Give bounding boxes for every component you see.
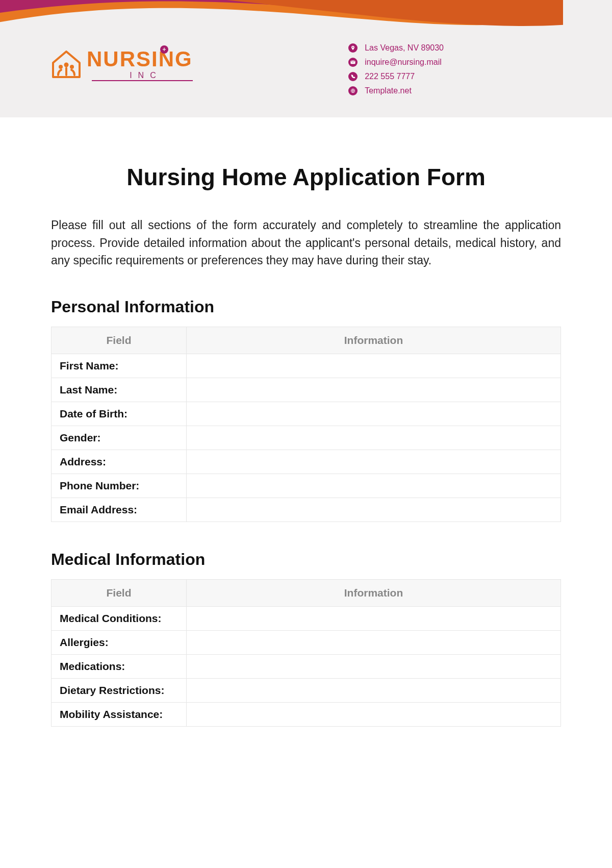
svg-point-2 [70,65,74,69]
medical-info-table: Field Information Medical Conditions:All… [51,579,561,727]
plus-icon: + [160,45,168,54]
contact-address-row: Las Vegas, NV 89030 [348,43,444,53]
field-input-cell [187,450,561,474]
field-label: Medications: [52,654,187,678]
field-input-cell [187,678,561,702]
field-label: Allergies: [52,630,187,654]
svg-point-0 [59,65,63,69]
table-row: Phone Number: [52,474,561,498]
svg-point-1 [64,62,69,67]
contact-email-row: inquire@nursing.mail [348,58,444,67]
logo-underline [92,80,193,81]
table-row: Mobility Assistance: [52,702,561,726]
content: Nursing Home Application Form Please fil… [0,117,612,727]
header-banner: NURSING + INC Las Vegas, NV 89030 inquir… [0,0,612,117]
field-input-cell [187,354,561,378]
field-label: Gender: [52,426,187,450]
contact-website-row: Template.net [348,86,444,95]
field-input-cell [187,654,561,678]
table-row: Date of Birth: [52,402,561,426]
logo-company-name: NURSING [87,48,193,70]
contact-address: Las Vegas, NV 89030 [365,43,444,53]
field-label: Medical Conditions: [52,606,187,630]
field-label: Address: [52,450,187,474]
field-input[interactable] [195,360,552,372]
field-input[interactable] [195,637,552,649]
table-header-information: Information [187,579,561,606]
field-input-cell [187,402,561,426]
medical-info-heading: Medical Information [51,550,561,569]
field-input[interactable] [195,685,552,697]
header-swoosh [0,0,563,46]
field-label: Email Address: [52,498,187,522]
field-label: Date of Birth: [52,402,187,426]
field-input-cell [187,474,561,498]
logo-subline: INC [87,71,193,80]
field-label: Last Name: [52,378,187,402]
field-input[interactable] [195,480,552,492]
field-input[interactable] [195,384,552,396]
field-input-cell [187,702,561,726]
field-input-cell [187,426,561,450]
table-row: First Name: [52,354,561,378]
personal-info-table: Field Information First Name:Last Name:D… [51,327,561,522]
field-input-cell [187,378,561,402]
logo: NURSING + INC [51,48,193,80]
field-label: Dietary Restrictions: [52,678,187,702]
table-row: Medical Conditions: [52,606,561,630]
field-input-cell [187,630,561,654]
mail-icon [348,58,358,67]
contact-block: Las Vegas, NV 89030 inquire@nursing.mail… [348,43,444,95]
field-input[interactable] [195,432,552,444]
table-row: Allergies: [52,630,561,654]
table-row: Medications: [52,654,561,678]
field-input[interactable] [195,613,552,625]
table-row: Dietary Restrictions: [52,678,561,702]
field-input[interactable] [195,408,552,420]
field-label: Mobility Assistance: [52,702,187,726]
field-input-cell [187,498,561,522]
contact-website: Template.net [365,86,412,95]
contact-email: inquire@nursing.mail [365,58,442,67]
table-row: Email Address: [52,498,561,522]
location-icon [348,43,358,53]
page-title: Nursing Home Application Form [51,163,561,191]
field-input[interactable] [195,456,552,468]
field-label: First Name: [52,354,187,378]
globe-icon [348,86,358,95]
table-header-information: Information [187,327,561,354]
personal-info-heading: Personal Information [51,297,561,316]
table-row: Address: [52,450,561,474]
phone-icon [348,72,358,81]
table-header-field: Field [52,327,187,354]
contact-phone: 222 555 7777 [365,72,415,81]
field-input-cell [187,606,561,630]
contact-phone-row: 222 555 7777 [348,72,444,81]
table-row: Last Name: [52,378,561,402]
field-input[interactable] [195,709,552,721]
table-header-field: Field [52,579,187,606]
logo-house-icon [51,51,82,79]
logo-text-block: NURSING + INC [87,48,193,80]
field-label: Phone Number: [52,474,187,498]
instructions-paragraph: Please fill out all sections of the form… [51,216,561,269]
table-row: Gender: [52,426,561,450]
field-input[interactable] [195,504,552,516]
field-input[interactable] [195,661,552,673]
